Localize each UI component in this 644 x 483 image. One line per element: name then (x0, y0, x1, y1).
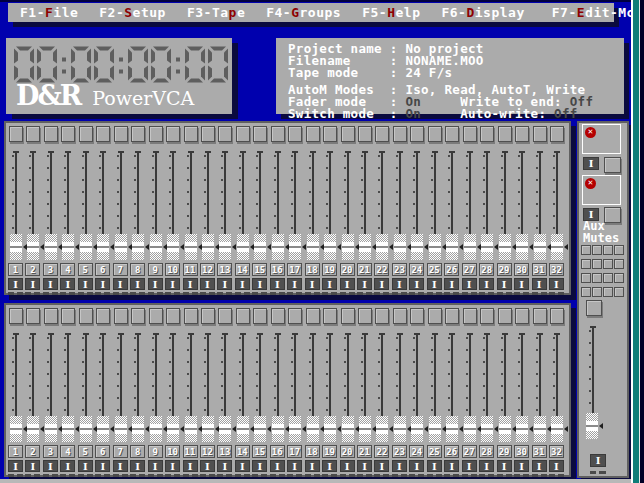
iso-button[interactable]: I (287, 460, 302, 472)
fader-knob[interactable] (307, 234, 319, 260)
channel-select-button[interactable] (61, 126, 75, 142)
channel-select-button[interactable] (358, 308, 372, 324)
iso-button[interactable]: I (113, 460, 128, 472)
fader-knob[interactable] (237, 416, 249, 442)
channel-select-button[interactable] (236, 126, 250, 142)
channel-number-button[interactable]: 5 (78, 263, 93, 276)
channel-number-button[interactable]: 6 (95, 263, 110, 276)
channel-select-button[interactable] (550, 308, 564, 324)
fader-knob[interactable] (342, 234, 354, 260)
fader-knob[interactable] (132, 416, 144, 442)
channel-number-button[interactable]: 17 (287, 445, 302, 458)
fader-knob[interactable] (202, 416, 214, 442)
channel-select-button[interactable] (61, 308, 75, 324)
channel-number-button[interactable]: 4 (60, 445, 75, 458)
fader-knob[interactable] (45, 416, 57, 442)
menu-item-f1-file[interactable]: F1-File (20, 5, 78, 20)
channel-number-button[interactable]: 7 (113, 445, 128, 458)
menu-item-f2-setup[interactable]: F2-Setup (99, 5, 166, 20)
fader-knob[interactable] (342, 416, 354, 442)
iso-button[interactable]: I (270, 460, 285, 472)
channel-select-button[interactable] (428, 308, 442, 324)
channel-number-button[interactable]: 22 (374, 445, 389, 458)
iso-button[interactable]: I (392, 278, 407, 290)
fader-knob[interactable] (62, 416, 74, 442)
channel-number-button[interactable]: 2 (25, 445, 40, 458)
aux-mute-button[interactable] (592, 287, 602, 297)
iso-button[interactable]: I (549, 460, 564, 472)
menu-item-f6-display[interactable]: F6-Display (441, 5, 524, 20)
channel-select-button[interactable] (96, 308, 110, 324)
channel-select-button[interactable] (44, 126, 58, 142)
fader-knob[interactable] (97, 416, 109, 442)
channel-select-button[interactable] (288, 308, 302, 324)
fader-knob[interactable] (376, 234, 388, 260)
iso-button[interactable]: I (43, 278, 58, 290)
fader-knob[interactable] (324, 416, 336, 442)
channel-number-button[interactable]: 19 (322, 263, 337, 276)
channel-number-button[interactable]: 13 (217, 263, 232, 276)
iso-button[interactable]: I (322, 460, 337, 472)
iso-button[interactable]: I (148, 278, 163, 290)
fader-knob[interactable] (481, 234, 493, 260)
channel-select-button[interactable] (253, 126, 267, 142)
fader-knob[interactable] (272, 234, 284, 260)
channel-select-button[interactable] (201, 308, 215, 324)
channel-number-button[interactable]: 27 (462, 445, 477, 458)
channel-number-button[interactable]: 30 (514, 263, 529, 276)
fader-knob[interactable] (219, 416, 231, 442)
channel-number-button[interactable]: 8 (130, 263, 145, 276)
aux-mute-button[interactable] (614, 287, 624, 297)
iso-button[interactable]: I (532, 460, 547, 472)
fader-knob[interactable] (464, 234, 476, 260)
iso-button[interactable]: I (165, 460, 180, 472)
channel-select-button[interactable] (341, 126, 355, 142)
aux-mute-button[interactable] (581, 273, 591, 283)
channel-number-button[interactable]: 30 (514, 445, 529, 458)
fader-knob[interactable] (394, 416, 406, 442)
aux-mute-button[interactable] (592, 273, 602, 283)
channel-number-button[interactable]: 1 (8, 263, 23, 276)
iso-button[interactable]: I (8, 278, 23, 290)
channel-number-button[interactable]: 27 (462, 263, 477, 276)
iso-button[interactable]: I (322, 278, 337, 290)
iso-button[interactable]: I (479, 278, 494, 290)
iso-button[interactable]: I (183, 460, 198, 472)
channel-number-button[interactable]: 3 (43, 263, 58, 276)
channel-number-button[interactable]: 26 (444, 263, 459, 276)
channel-number-button[interactable]: 20 (340, 263, 355, 276)
iso-button[interactable]: I (217, 278, 232, 290)
channel-number-button[interactable]: 11 (183, 263, 198, 276)
channel-select-button[interactable] (306, 126, 320, 142)
fader-knob[interactable] (115, 416, 127, 442)
fader-knob[interactable] (115, 234, 127, 260)
iso-button[interactable]: I (60, 278, 75, 290)
channel-number-button[interactable]: 23 (392, 445, 407, 458)
channel-select-button[interactable] (358, 126, 372, 142)
channel-number-button[interactable]: 15 (252, 445, 267, 458)
channel-select-button[interactable] (480, 126, 494, 142)
channel-number-button[interactable]: 29 (497, 445, 512, 458)
fader-knob[interactable] (150, 416, 162, 442)
menu-item-f5-help[interactable]: F5-Help (362, 5, 420, 20)
fader-knob[interactable] (411, 234, 423, 260)
channel-select-button[interactable] (480, 308, 494, 324)
channel-number-button[interactable]: 25 (427, 445, 442, 458)
fader-knob[interactable] (551, 234, 563, 260)
iso-button[interactable]: I (444, 460, 459, 472)
channel-number-button[interactable]: 8 (130, 445, 145, 458)
aux-mute-button[interactable] (614, 245, 624, 255)
channel-select-button[interactable] (410, 126, 424, 142)
channel-number-button[interactable]: 32 (549, 445, 564, 458)
iso-button[interactable]: I (235, 460, 250, 472)
iso-button[interactable]: I (183, 278, 198, 290)
channel-select-button[interactable] (550, 126, 564, 142)
iso-button[interactable]: I (165, 278, 180, 290)
iso-button[interactable]: I (462, 460, 477, 472)
channel-select-button[interactable] (253, 308, 267, 324)
iso-button[interactable]: I (113, 278, 128, 290)
channel-select-button[interactable] (201, 126, 215, 142)
fader-knob[interactable] (27, 416, 39, 442)
fader-knob[interactable] (429, 234, 441, 260)
fader-knob[interactable] (324, 234, 336, 260)
